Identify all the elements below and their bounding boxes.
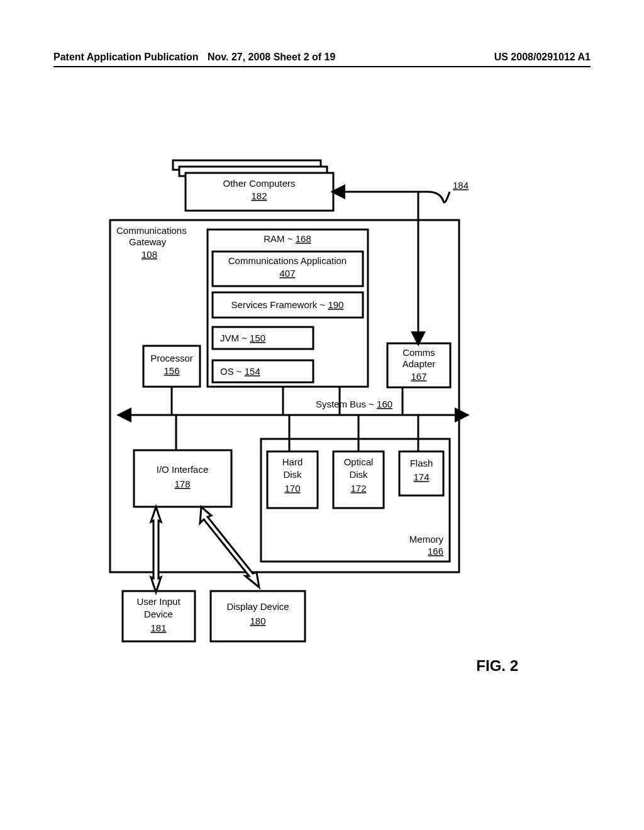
uid-ref: 181 [150,622,166,633]
flash-ref: 174 [413,472,429,482]
memory-ref: 166 [428,546,443,556]
hd-label-2: Disk [283,469,302,480]
ram-label: RAM ~ [264,233,295,244]
svg-text:RAM ~ 168: RAM ~ 168 [264,233,311,244]
io-label: I/O Interface [157,464,209,475]
svc-fw-ref: 190 [328,299,343,310]
memory-label: Memory [409,534,444,545]
adapter-ref: 167 [411,371,426,382]
comm-app-ref: 407 [279,268,295,279]
jvm-label: JVM ~ [220,333,250,343]
bus-ref: 160 [377,399,392,409]
bus-label: System Bus ~ [316,399,377,409]
hd-ref: 170 [284,483,300,494]
uid-label-2: Device [144,609,173,619]
net-ref: 184 [453,180,469,191]
od-label-1: Optical [344,456,374,467]
jvm-ref: 150 [250,333,265,343]
other-computers-label: Other Computers [223,178,295,189]
other-computers-ref: 182 [251,191,267,201]
adapter-label-2: Adapter [402,358,436,369]
os-label: OS ~ [220,366,245,377]
processor-ref: 156 [164,365,179,376]
io-uid-arrow [151,507,161,592]
processor-label: Processor [150,353,193,363]
uid-label-1: User Input [136,596,180,607]
gateway-ref: 108 [142,249,157,260]
svc-fw-label: Services Framework ~ [231,299,328,310]
io-ref: 178 [174,479,190,489]
od-ref: 172 [350,483,366,494]
os-ref: 154 [245,366,260,377]
figure-label: FIG. 2 [476,657,518,675]
gateway-label-2: Gateway [129,236,167,247]
ram-ref: 168 [296,233,311,244]
svg-text:OS ~ 154: OS ~ 154 [220,366,260,377]
comm-app-label: Communications Application [228,255,347,266]
io-display-arrow [200,507,259,587]
svg-text:JVM ~ 150: JVM ~ 150 [220,333,265,343]
disp-ref: 180 [250,616,265,626]
diagram-svg: Communications Gateway 108 Other Compute… [0,0,644,830]
hd-label-1: Hard [282,456,303,467]
svg-text:Services Framework ~ 190: Services Framework ~ 190 [231,299,344,310]
adapter-label-1: Comms [402,347,435,358]
disp-label: Display Device [226,601,289,612]
od-label-2: Disk [349,469,368,480]
flash-label: Flash [410,458,433,468]
svg-text:System Bus ~ 160: System Bus ~ 160 [316,399,392,409]
gateway-label-1: Communications [116,225,187,236]
